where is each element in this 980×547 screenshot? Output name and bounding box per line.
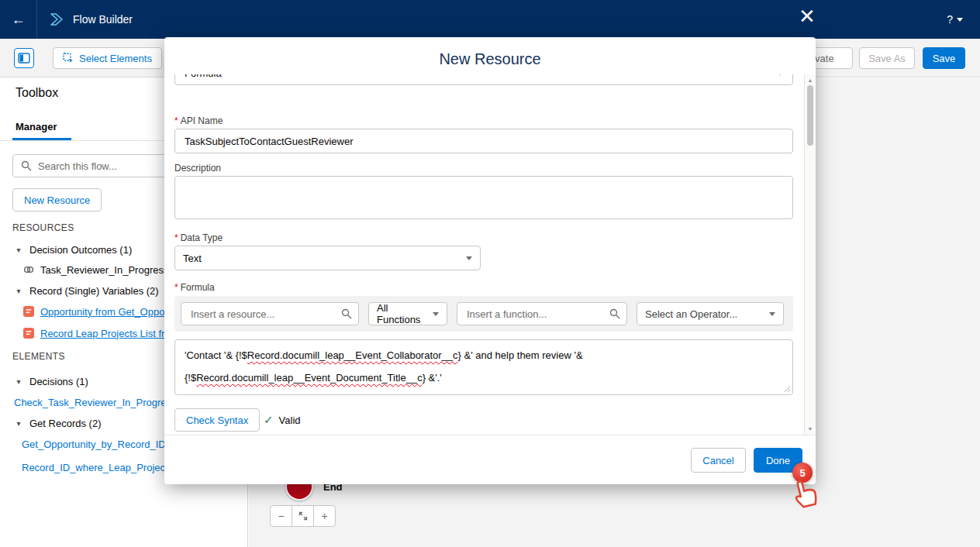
resource-type-value: Formula <box>185 74 222 79</box>
zoom-out-button[interactable]: − <box>270 505 292 527</box>
resources-section-header: RESOURCES <box>12 222 74 233</box>
operator-select[interactable]: Select an Operator... <box>637 302 784 325</box>
api-name-label: * API Name <box>174 115 223 126</box>
tree-group-label: Get Records (2) <box>29 418 101 429</box>
scrollbar-thumb[interactable] <box>807 85 813 146</box>
check-syntax-button[interactable]: Check Syntax <box>174 408 260 432</box>
expand-icon <box>298 511 308 521</box>
data-type-label: * Data Type <box>174 232 223 243</box>
insert-resource-search <box>181 302 359 325</box>
modal-close-button[interactable]: ✕ <box>799 6 816 26</box>
insert-function-input[interactable] <box>457 303 626 325</box>
scroll-down-arrow[interactable]: ▼ <box>805 426 816 432</box>
description-textarea[interactable] <box>174 176 793 219</box>
select-elements-button[interactable]: Select Elements <box>53 47 162 69</box>
help-label: ? <box>947 13 953 26</box>
tree-item-link[interactable]: Opportunity from Get_Oppo <box>40 306 164 318</box>
resource-type-select[interactable]: Formula <box>174 74 793 85</box>
elements-section-header: ELEMENTS <box>12 351 65 362</box>
chevron-down-icon <box>777 74 783 75</box>
label-text: API Name <box>181 115 223 126</box>
all-functions-select[interactable]: All Functions <box>368 302 447 325</box>
required-mark: * <box>174 115 178 126</box>
formula-line-2: {!$Record.documill_leap__Event_Document_… <box>185 366 783 389</box>
formula-text-segment: {!$ <box>185 372 196 384</box>
search-icon <box>609 308 620 319</box>
app-title: Flow Builder <box>73 13 133 26</box>
zoom-controls: − + <box>270 505 336 527</box>
chevron-down-icon: ▾ <box>14 419 23 428</box>
search-icon <box>341 308 352 319</box>
chevron-down-icon: ▾ <box>14 377 23 386</box>
save-button[interactable]: Save <box>923 47 965 69</box>
flow-builder-icon <box>48 11 65 28</box>
new-resource-modal: New Resource Formula * API Name Descript… <box>164 37 816 484</box>
toolbox-title: Toolbox <box>16 86 58 100</box>
valid-label: Valid <box>279 415 301 426</box>
label-text: Data Type <box>181 232 223 243</box>
back-button[interactable]: ← <box>0 0 37 39</box>
tree-item-label: Task_Reviewer_In_Progress <box>40 264 168 276</box>
app-header: ← Flow Builder ? <box>0 0 980 39</box>
formula-input[interactable]: 'Contact '& {!$Record.documill_leap__Eve… <box>174 339 793 395</box>
label-text: Formula <box>181 282 215 293</box>
modal-footer: Cancel Done <box>164 435 816 484</box>
scroll-up-arrow[interactable]: ▲ <box>805 77 816 83</box>
tree-group-label: Decision Outcomes (1) <box>29 244 132 256</box>
tree-item-link[interactable]: Get_Opportunity_by_Record_ID <box>22 439 166 450</box>
formula-text-segment: } &'.' <box>423 372 442 384</box>
tree-item-link[interactable]: Check_Task_Reviewer_In_Progres <box>14 397 171 408</box>
label-text: Description <box>174 163 221 174</box>
record-variable-icon <box>23 306 34 317</box>
select-elements-icon <box>63 53 74 64</box>
chevron-down-icon: ▾ <box>14 287 23 295</box>
back-arrow-icon: ← <box>12 12 26 28</box>
tree-item-link[interactable]: Record_ID_where_Leap_Project_w <box>22 462 181 473</box>
tab-manager[interactable]: Manager <box>16 121 57 132</box>
tree-item-link[interactable]: Record Leap Projects List fro <box>40 328 171 339</box>
cancel-button[interactable]: Cancel <box>691 448 746 473</box>
chevron-down-icon <box>957 18 963 22</box>
chevron-down-icon <box>466 256 472 260</box>
chevron-down-icon <box>769 312 775 316</box>
modal-scrollbar[interactable]: ▲ ▼ <box>804 74 816 435</box>
modal-title: New Resource <box>164 37 816 68</box>
data-type-select[interactable]: Text <box>174 246 481 270</box>
active-tab-underline <box>12 138 71 140</box>
chevron-down-icon: ▾ <box>14 246 23 254</box>
formula-label: * Formula <box>174 282 215 293</box>
formula-builder-toolbar: All Functions Select an Operator... <box>174 296 793 332</box>
fit-view-button[interactable] <box>292 505 314 527</box>
formula-text-segment: } &' and help them review '& <box>458 349 583 361</box>
insert-resource-input[interactable] <box>181 303 358 325</box>
chevron-down-icon <box>433 312 439 316</box>
merge-field-text: Record.documill_leap__Event_Document_Tit… <box>196 372 422 384</box>
tree-group-label: Decisions (1) <box>29 376 88 387</box>
record-variable-icon <box>23 328 34 339</box>
data-type-value: Text <box>183 253 202 264</box>
formula-line-1: 'Contact '& {!$Record.documill_leap__Eve… <box>185 344 783 366</box>
required-mark: * <box>174 232 178 243</box>
operator-value: Select an Operator... <box>645 308 737 320</box>
zoom-in-button[interactable]: + <box>313 505 336 527</box>
select-elements-label: Select Elements <box>79 53 152 64</box>
all-functions-value: All Functions <box>377 302 433 325</box>
resize-handle-icon[interactable] <box>784 386 791 393</box>
new-resource-button[interactable]: New Resource <box>12 188 102 212</box>
api-name-input[interactable] <box>174 129 793 153</box>
help-menu-button[interactable]: ? <box>947 0 963 39</box>
tree-group-label: Record (Single) Variables (2) <box>29 285 159 297</box>
modal-body: Formula * API Name Description * Data Ty… <box>164 74 816 435</box>
panel-icon <box>18 52 30 64</box>
validation-status: ✓ Valid <box>264 413 301 427</box>
description-label: Description <box>174 163 221 174</box>
required-mark: * <box>174 282 178 293</box>
merge-field-text: Record.documill_leap__Event_Collaborator… <box>247 349 458 361</box>
search-icon <box>21 160 32 171</box>
save-as-button[interactable]: Save As <box>859 47 915 69</box>
check-icon: ✓ <box>264 413 274 427</box>
formula-text-segment: 'Contact '& {!$ <box>185 349 247 361</box>
outcome-icon <box>23 264 34 275</box>
toggle-toolbox-button[interactable] <box>14 48 34 68</box>
insert-function-search <box>457 302 627 325</box>
